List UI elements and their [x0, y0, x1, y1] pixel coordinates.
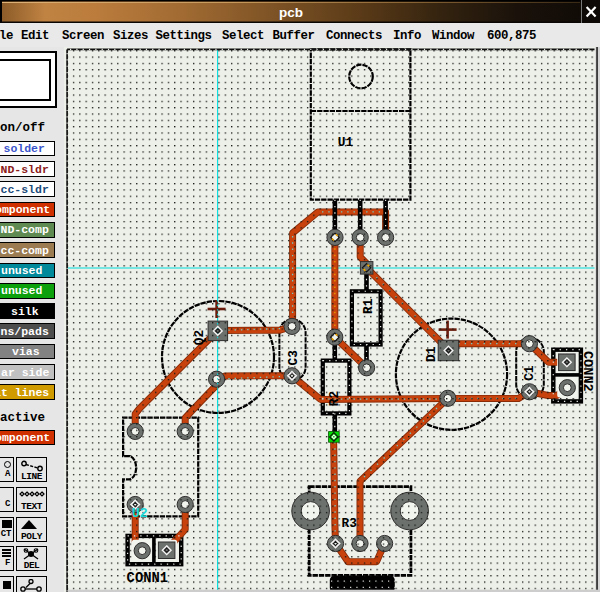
svg-text:CONN1: CONN1 [127, 571, 168, 586]
svg-text:Q2: Q2 [192, 330, 207, 345]
svg-text:R3: R3 [342, 516, 358, 531]
svg-text:C3: C3 [286, 350, 301, 366]
svg-text:R1: R1 [361, 298, 376, 314]
svg-text:U1: U1 [338, 135, 354, 150]
svg-text:D1: D1 [424, 346, 439, 362]
svg-text:C1: C1 [522, 365, 537, 381]
svg-text:U2: U2 [132, 506, 148, 521]
svg-text:CONN2: CONN2 [580, 351, 595, 392]
svg-text:R2: R2 [327, 391, 342, 406]
